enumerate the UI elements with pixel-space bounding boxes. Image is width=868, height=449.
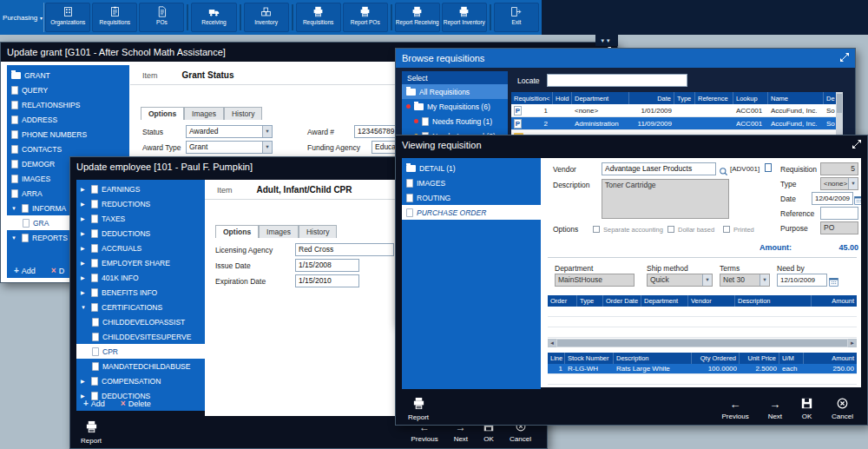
column-stock-number[interactable]: Stock Number [565, 353, 614, 364]
next-button[interactable]: →Next [768, 398, 782, 420]
previous-button[interactable]: ←Previous [722, 398, 749, 420]
tree-collapsed-icon[interactable]: ▶ [81, 186, 88, 192]
delete-button[interactable]: ×Delete [121, 399, 151, 408]
toolbar-button-report-inventory[interactable]: Report Inventory [442, 3, 487, 32]
department-field[interactable]: MainStHouse [555, 274, 635, 287]
sidebar-item-employer-share[interactable]: ▶EMPLOYER SHARE [76, 255, 205, 270]
tree-collapsed-icon[interactable]: ▶ [81, 260, 88, 266]
table-row-empty[interactable] [548, 374, 857, 385]
table-row-empty[interactable] [548, 307, 857, 317]
sidebar-item-earnings[interactable]: ▶EARNINGS [76, 182, 205, 196]
column-department[interactable]: Department [572, 92, 629, 104]
filter-needs-routing[interactable]: Needs Routing (1) [402, 114, 508, 129]
reference-field[interactable] [820, 207, 858, 220]
column-requisition[interactable]: Requisition< [511, 92, 553, 104]
toolbar-button-report-requisitions[interactable]: Requisitions [296, 3, 341, 32]
chevron-down-icon[interactable]: ▼ [262, 126, 272, 137]
column-reference[interactable]: Reference [695, 92, 733, 104]
ship-method-combobox[interactable]: Quick▼ [647, 274, 713, 287]
expand-icon[interactable] [852, 140, 861, 150]
tree-collapsed-icon[interactable]: ▶ [81, 201, 88, 207]
tab-images[interactable]: Images [259, 225, 299, 238]
column-amount[interactable]: Amount [804, 353, 857, 364]
expand-icon[interactable] [840, 53, 849, 63]
report-button[interactable]: Report [81, 420, 102, 445]
sidebar-item-mandatedchildabuse[interactable]: MANDATEDCHILDABUSE [76, 359, 205, 373]
sidebar-item-benefits-info[interactable]: ▶BENEFITS INFO [76, 285, 205, 300]
award-type-combobox[interactable]: Grant▼ [186, 141, 273, 154]
tree-collapsed-icon[interactable]: ▶ [81, 245, 88, 251]
filter-all-requisitions-selected[interactable]: All Requisitions [402, 84, 508, 99]
tab-images[interactable]: Images [184, 107, 224, 120]
nav-item-routing[interactable]: ROUTING [402, 190, 541, 205]
nav-item-images[interactable]: IMAGES [402, 175, 541, 190]
add-button[interactable]: +Add [83, 399, 105, 408]
chevron-down-icon[interactable]: ▼ [760, 274, 769, 286]
scrollbar-thumb[interactable] [837, 94, 842, 113]
tab-options[interactable]: Options [141, 107, 184, 120]
separate-accounting-checkbox[interactable] [593, 226, 600, 233]
viewing-titlebar[interactable]: Viewing requisition [396, 135, 867, 155]
sidebar-item-grant[interactable]: GRANT [7, 68, 129, 83]
sidebar-item-childdevelopassist[interactable]: CHILDDEVELOPASSIST [76, 314, 205, 329]
tab-history[interactable]: History [299, 225, 337, 238]
toolbar-button-requisitions[interactable]: Requisitions [92, 3, 137, 32]
column-name[interactable]: Name [768, 92, 824, 104]
description-textarea[interactable]: Toner Cartridge [602, 179, 729, 219]
tree-collapsed-icon[interactable]: ▶ [81, 378, 88, 384]
table-row-empty[interactable] [548, 327, 857, 338]
sidebar-item-compensation[interactable]: ▶COMPENSATION [76, 373, 205, 388]
sidebar-item-reductions[interactable]: ▶REDUCTIONS [76, 196, 205, 211]
column-lookup[interactable]: Lookup [733, 92, 768, 104]
terms-combobox[interactable]: Net 30▼ [720, 274, 770, 287]
tab-history[interactable]: History [224, 107, 262, 120]
sidebar-item-contacts[interactable]: CONTACTS [7, 142, 129, 156]
expiration-date-field[interactable]: 1/15/2010 [295, 274, 359, 287]
sidebar-item-deductions[interactable]: ▶DEDUCTIONS [76, 226, 205, 241]
column-vendor[interactable]: Vendor [688, 295, 735, 307]
delete-button[interactable]: ×D [51, 266, 64, 275]
column-date[interactable]: Date [629, 92, 674, 104]
report-button[interactable]: Report [408, 397, 429, 421]
nav-item-purchase-order-selected[interactable]: PURCHASE ORDER [402, 205, 541, 220]
column-unit-price[interactable]: Unit Price [740, 353, 779, 364]
sidebar-item-taxes[interactable]: ▶TAXES [76, 211, 205, 226]
chevron-down-icon[interactable]: ▼ [848, 178, 858, 189]
column-department[interactable]: Department [641, 295, 688, 307]
sidebar-item-phone-numbers[interactable]: PHONE NUMBERS [7, 127, 129, 142]
vendor-input[interactable]: Advantage Laser Products [602, 162, 716, 175]
browse-titlebar[interactable]: Browse requisitions [396, 49, 855, 68]
sidebar-item-accruals[interactable]: ▶ACCRUALS [76, 241, 205, 255]
toolbar-button-pos[interactable]: POs [139, 3, 184, 32]
column-description[interactable]: Description [614, 353, 692, 364]
column-line[interactable]: Line [548, 353, 565, 364]
purchasing-menu-button[interactable]: Purchasing ▾ [2, 3, 44, 32]
need-by-field[interactable]: 12/10/2009 [777, 274, 827, 287]
window-shade-tab[interactable]: ▾▾ [595, 35, 618, 46]
tree-collapsed-icon[interactable]: ▶ [81, 289, 88, 295]
issue-date-field[interactable]: 1/15/2008 [295, 259, 359, 272]
sidebar-item-cpr-selected[interactable]: CPR [76, 344, 205, 359]
printed-checkbox[interactable] [723, 226, 730, 233]
column-qty-ordered[interactable]: Qty Ordered [692, 353, 740, 364]
date-field[interactable]: 12/04/2009 [812, 192, 853, 205]
column-amount[interactable]: Amount [812, 295, 857, 307]
column-description[interactable]: De [824, 92, 836, 104]
table-row-empty[interactable] [548, 317, 857, 327]
add-button[interactable]: +Add [14, 266, 36, 275]
table-row-selected[interactable]: P2 Administration 11/09/2009 ACC001 Accu… [511, 117, 836, 130]
locate-input[interactable] [547, 74, 687, 87]
tab-options[interactable]: Options [215, 225, 259, 238]
filter-my-requisitions[interactable]: My Requisitions (6) [402, 99, 508, 114]
calendar-icon[interactable] [829, 274, 838, 290]
sidebar-item-relationships[interactable]: RELATIONSHIPS [7, 97, 129, 112]
chevron-down-icon[interactable]: ▼ [262, 142, 272, 153]
toolbar-button-inventory[interactable]: Inventory [244, 3, 289, 32]
horizontal-scrollbar[interactable]: ◄ ► [548, 339, 857, 347]
column-type[interactable]: Type [674, 92, 695, 104]
sidebar-item-401k-info[interactable]: ▶401K INFO [76, 270, 205, 285]
column-um[interactable]: U/M [779, 353, 804, 364]
column-hold[interactable]: Hold [553, 92, 572, 104]
column-type[interactable]: Type [577, 295, 603, 307]
status-combobox[interactable]: Awarded▼ [186, 125, 273, 138]
